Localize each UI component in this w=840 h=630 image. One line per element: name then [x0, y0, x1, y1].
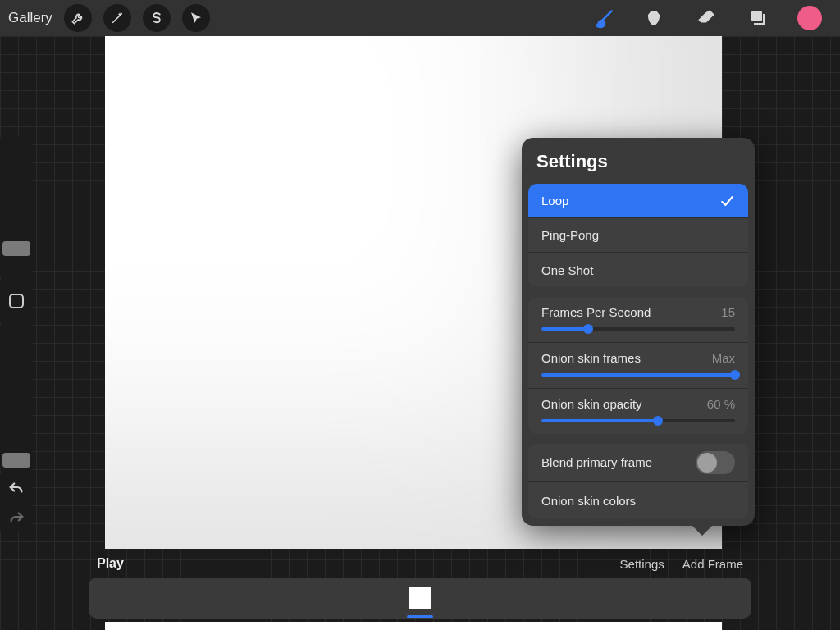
gallery-link[interactable]: Gallery [8, 10, 52, 26]
layers-button[interactable] [746, 7, 768, 29]
undo-redo-group [0, 472, 33, 532]
brush-opacity-slider[interactable] [0, 323, 33, 471]
undo-icon[interactable] [7, 480, 25, 495]
selection-button[interactable] [143, 4, 171, 32]
onion-colors-row[interactable]: Onion skin colors [528, 482, 748, 519]
onion-opacity-value: 60 % [707, 397, 735, 411]
add-frame-button[interactable]: Add Frame [682, 557, 743, 571]
side-slider-panel [0, 136, 33, 532]
brush-size-thumb[interactable] [2, 241, 30, 256]
frame-thumbnail[interactable] [409, 587, 431, 609]
blend-primary-row: Blend primary frame [528, 444, 748, 482]
top-toolbar: Gallery [0, 0, 840, 36]
checkmark-icon [719, 193, 735, 209]
oneshot-label: One Shot [541, 263, 593, 277]
fps-row: Frames Per Second 15 [528, 297, 748, 343]
brush-opacity-thumb[interactable] [2, 453, 30, 468]
loop-option[interactable]: Loop [528, 184, 748, 218]
brush-icon [594, 7, 615, 29]
settings-title: Settings [522, 138, 755, 184]
eraser-tool[interactable] [696, 7, 717, 29]
fps-slider[interactable] [541, 327, 735, 331]
extras-group: Blend primary frame Onion skin colors [528, 444, 748, 519]
layers-icon [747, 8, 767, 28]
slider-group: Frames Per Second 15 Onion skin frames M… [528, 297, 748, 434]
color-swatch[interactable] [797, 6, 822, 30]
timeline-track[interactable] [89, 578, 751, 619]
brush-size-slider[interactable] [0, 136, 33, 279]
actions-button[interactable] [64, 4, 92, 32]
pingpong-option[interactable]: Ping-Pong [528, 218, 748, 253]
smudge-icon [646, 8, 665, 28]
svg-rect-0 [751, 11, 762, 21]
onion-frames-row: Onion skin frames Max [528, 343, 748, 389]
oneshot-option[interactable]: One Shot [528, 253, 748, 287]
wand-icon [110, 11, 125, 25]
onion-opacity-slider[interactable] [541, 419, 735, 422]
timeline-settings-button[interactable]: Settings [620, 557, 664, 571]
toggle-knob [697, 453, 717, 472]
loop-label: Loop [541, 194, 568, 208]
smudge-tool[interactable] [645, 7, 666, 29]
animation-settings-panel: Settings Loop Ping-Pong One Shot Frames … [522, 138, 755, 526]
onion-frames-value: Max [712, 351, 735, 365]
arrow-cursor-icon [189, 11, 203, 25]
onion-opacity-label: Onion skin opacity [541, 397, 642, 411]
blend-primary-toggle[interactable] [696, 451, 735, 474]
playback-mode-group: Loop Ping-Pong One Shot [528, 184, 748, 287]
onion-frames-slider[interactable] [541, 373, 735, 377]
brush-tool[interactable] [594, 7, 615, 29]
onion-frames-label: Onion skin frames [541, 351, 641, 365]
adjustments-button[interactable] [103, 4, 131, 32]
wrench-icon [71, 11, 85, 25]
blend-primary-label: Blend primary frame [541, 455, 652, 469]
eraser-icon [696, 7, 717, 29]
canvas-bottom-strip [105, 622, 722, 630]
fps-label: Frames Per Second [541, 305, 651, 319]
transform-button[interactable] [182, 4, 210, 32]
fps-value: 15 [721, 305, 735, 319]
animation-timeline-bar: Play Settings Add Frame [85, 550, 755, 622]
onion-opacity-row: Onion skin opacity 60 % [528, 389, 748, 434]
play-button[interactable]: Play [97, 556, 124, 571]
pingpong-label: Ping-Pong [541, 228, 599, 242]
redo-icon[interactable] [7, 509, 25, 524]
square-icon [9, 294, 24, 308]
modifier-button[interactable] [0, 280, 33, 322]
onion-colors-label: Onion skin colors [541, 494, 636, 508]
selection-s-icon [149, 11, 164, 25]
